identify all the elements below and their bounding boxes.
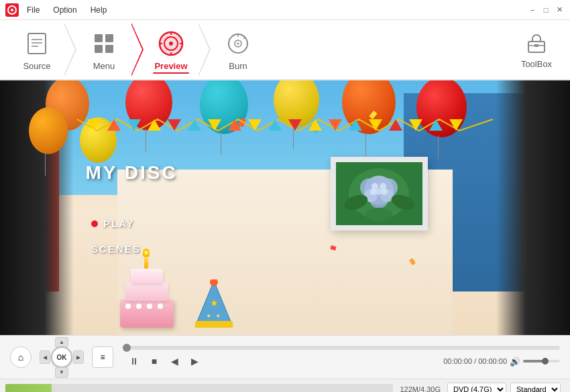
prev-icon: ◀ — [171, 356, 178, 367]
toolbox-label: ToolBox — [521, 59, 552, 69]
svg-text:✦: ✦ — [215, 312, 221, 320]
svg-marker-30 — [168, 119, 181, 131]
stop-button[interactable]: ■ — [147, 354, 162, 369]
play-label: PLAY — [103, 218, 135, 229]
svg-marker-42 — [409, 119, 422, 131]
svg-marker-38 — [329, 119, 342, 131]
svg-text:✦: ✦ — [206, 312, 211, 320]
toolbar-source[interactable]: Source — [7, 23, 67, 76]
svg-rect-66 — [195, 321, 233, 328]
volume-slider[interactable] — [523, 360, 560, 363]
svg-point-20 — [237, 42, 239, 44]
close-button[interactable]: ✕ — [554, 5, 565, 15]
status-bar: 122M/4.30G DVD (4.7G) DVD (8.5G) BD-25 B… — [0, 379, 570, 392]
toolbar-items: Source Menu — [7, 23, 510, 76]
menu-lines-icon: ≡ — [100, 352, 105, 362]
home-button[interactable]: ⌂ — [10, 346, 32, 368]
pause-icon: ⏸ — [129, 356, 139, 367]
preview-label: Preview — [154, 61, 187, 71]
stop-icon: ■ — [152, 356, 157, 367]
ok-label: OK — [57, 354, 67, 361]
maximize-button[interactable]: □ — [540, 5, 551, 15]
menu-file[interactable]: File — [24, 4, 42, 16]
svg-marker-37 — [308, 119, 322, 131]
home-icon: ⌂ — [18, 352, 23, 363]
nav-ok-button[interactable]: OK — [51, 346, 72, 368]
nav-down-button[interactable]: ▼ — [55, 367, 68, 378]
svg-marker-27 — [107, 119, 121, 131]
minimize-button[interactable]: − — [527, 5, 538, 15]
menu-toolbar-icon — [89, 29, 119, 58]
svg-marker-35 — [268, 119, 282, 131]
arrow-1 — [64, 23, 76, 76]
photo-frame — [331, 157, 428, 231]
toolbar-preview[interactable]: Preview — [141, 23, 201, 76]
toolbox-icon — [524, 31, 549, 56]
arrow-3 — [198, 23, 211, 76]
svg-rect-6 — [95, 34, 103, 42]
dvd-type-select[interactable]: DVD (4.7G) DVD (8.5G) BD-25 BD-50 — [447, 383, 506, 393]
status-progress-bar — [5, 384, 393, 393]
menu-play: PLAY — [91, 218, 135, 229]
preview-area: MY DISC PLAY SCENES — [0, 80, 570, 335]
toolbox-button[interactable]: ToolBox — [510, 23, 563, 76]
time-display: 00:00:00 / 00:00:00 🔊 — [443, 356, 560, 367]
svg-marker-31 — [188, 119, 201, 131]
progress-bar[interactable] — [127, 346, 560, 350]
toolbar-menu[interactable]: Menu — [74, 23, 134, 76]
menu-button[interactable]: ≡ — [92, 346, 113, 368]
svg-rect-7 — [105, 34, 113, 42]
svg-marker-26 — [87, 119, 101, 131]
menu-label: Menu — [93, 61, 115, 71]
volume-handle[interactable] — [542, 358, 549, 365]
party-hat: ★ ✦ ✦ — [194, 279, 234, 330]
svg-marker-29 — [148, 119, 161, 131]
window-controls: − □ ✕ — [527, 5, 565, 15]
svg-marker-28 — [127, 119, 141, 131]
play-dot — [91, 220, 98, 227]
preview-icon — [156, 29, 186, 58]
svg-point-1 — [11, 9, 13, 11]
svg-marker-39 — [349, 119, 362, 131]
arrow-2 — [131, 23, 144, 76]
app-logo — [5, 3, 19, 17]
toolbar: Source Menu — [0, 20, 570, 80]
controls-bar: ⌂ ▲ ◀ OK ▶ ▼ ≡ ⏸ ■ ◀ — [0, 335, 570, 379]
source-label: Source — [23, 61, 50, 71]
nav-cluster: ▲ ◀ OK ▶ ▼ — [38, 336, 85, 379]
progress-handle[interactable] — [123, 344, 131, 352]
svg-marker-36 — [288, 119, 302, 131]
menu-scenes: SCENES — [91, 243, 141, 255]
menu-option[interactable]: Option — [50, 4, 79, 16]
playback-section: ⏸ ■ ◀ ▶ 00:00:00 / 00:00:00 🔊 — [120, 346, 560, 369]
svg-marker-32 — [208, 119, 221, 131]
svg-point-60 — [365, 208, 392, 221]
next-button[interactable]: ▶ — [187, 354, 202, 369]
burn-label: Burn — [229, 61, 247, 71]
toolbar-burn[interactable]: Burn — [208, 23, 268, 76]
svg-point-67 — [210, 279, 218, 286]
svg-point-13 — [169, 42, 173, 46]
svg-text:★: ★ — [210, 298, 219, 308]
svg-marker-34 — [248, 119, 262, 131]
nav-right-button[interactable]: ▶ — [73, 350, 84, 364]
status-progress-fill — [5, 384, 52, 393]
svg-line-22 — [243, 37, 245, 39]
svg-marker-40 — [369, 119, 382, 131]
svg-marker-44 — [449, 119, 463, 131]
quality-select[interactable]: Standard High Low — [510, 383, 561, 393]
menu-help[interactable]: Help — [88, 4, 110, 16]
burn-icon — [223, 29, 253, 58]
scenes-label: SCENES — [91, 243, 141, 255]
svg-marker-43 — [429, 119, 443, 131]
svg-rect-9 — [105, 45, 113, 53]
status-size: 122M/4.30G — [400, 385, 441, 393]
playback-controls: ⏸ ■ ◀ ▶ 00:00:00 / 00:00:00 🔊 — [127, 354, 560, 369]
svg-rect-25 — [534, 44, 538, 47]
prev-button[interactable]: ◀ — [167, 354, 182, 369]
svg-marker-33 — [228, 119, 241, 131]
pause-button[interactable]: ⏸ — [127, 354, 141, 369]
svg-point-57 — [381, 188, 388, 195]
time-value: 00:00:00 / 00:00:00 — [443, 357, 507, 365]
nav-left-button[interactable]: ◀ — [40, 350, 50, 364]
